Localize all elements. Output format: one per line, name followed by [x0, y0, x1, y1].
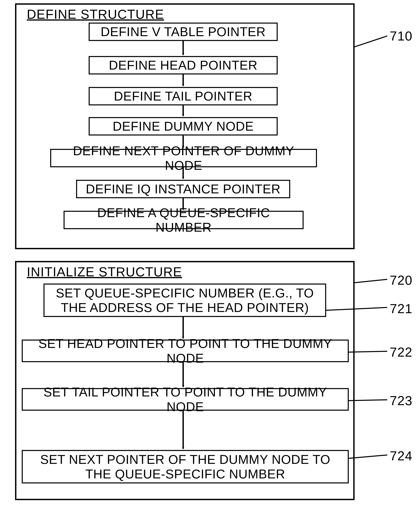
callout-710: 710: [390, 28, 413, 44]
step-set-next-pointer-dummy: SET NEXT POINTER OF THE DUMMY NODE TO TH…: [22, 450, 349, 483]
panel1-title: DEFINE STRUCTURE: [27, 7, 164, 22]
svg-line-10: [355, 279, 387, 283]
callout-723: 723: [390, 393, 413, 408]
panel2-title: INITIALIZE STRUCTURE: [27, 264, 182, 279]
step-define-iq-instance-pointer: DEFINE IQ INSTANCE POINTER: [76, 180, 290, 198]
step-define-tail-pointer: DEFINE TAIL POINTER: [89, 87, 278, 105]
step-set-queue-specific-number: SET QUEUE-SPECIFIC NUMBER (E.G., TO THE …: [44, 284, 326, 317]
callout-724: 724: [390, 448, 413, 463]
callout-722: 722: [390, 345, 413, 360]
step-set-head-pointer: SET HEAD POINTER TO POINT TO THE DUMMY N…: [22, 340, 349, 362]
step-define-queue-specific-number: DEFINE A QUEUE-SPECIFIC NUMBER: [63, 211, 304, 229]
callout-720: 720: [390, 273, 413, 288]
step-define-next-pointer-dummy: DEFINE NEXT POINTER OF DUMMY NODE: [50, 149, 317, 167]
page: DEFINE STRUCTURE DEFINE V TABLE POINTER …: [0, 0, 420, 505]
callout-721: 721: [390, 301, 413, 316]
step-define-head-pointer: DEFINE HEAD POINTER: [89, 56, 278, 75]
step-define-dummy-node: DEFINE DUMMY NODE: [89, 117, 278, 135]
step-set-tail-pointer: SET TAIL POINTER TO POINT TO THE DUMMY N…: [22, 388, 349, 411]
step-define-v-table-pointer: DEFINE V TABLE POINTER: [89, 23, 278, 41]
svg-line-9: [355, 36, 387, 47]
